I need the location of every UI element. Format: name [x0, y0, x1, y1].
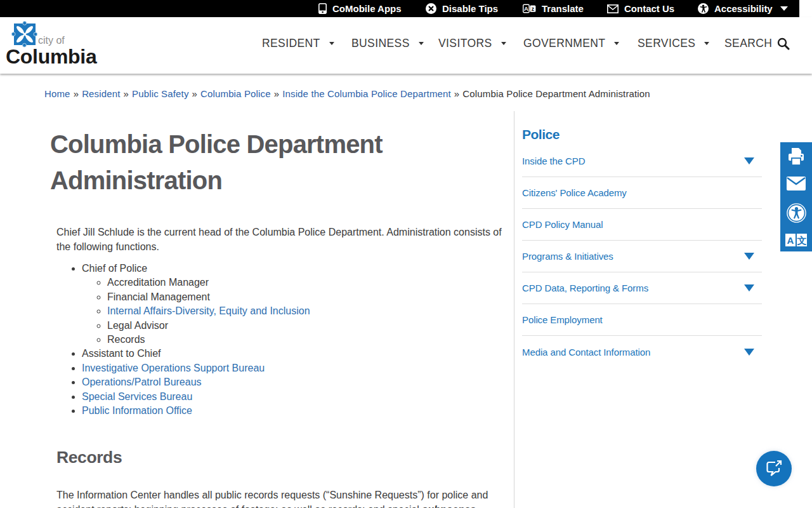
- svg-text:z: z: [532, 6, 534, 12]
- svg-text:A: A: [524, 5, 528, 12]
- svg-text:A: A: [787, 235, 794, 246]
- svg-text:文: 文: [797, 235, 807, 246]
